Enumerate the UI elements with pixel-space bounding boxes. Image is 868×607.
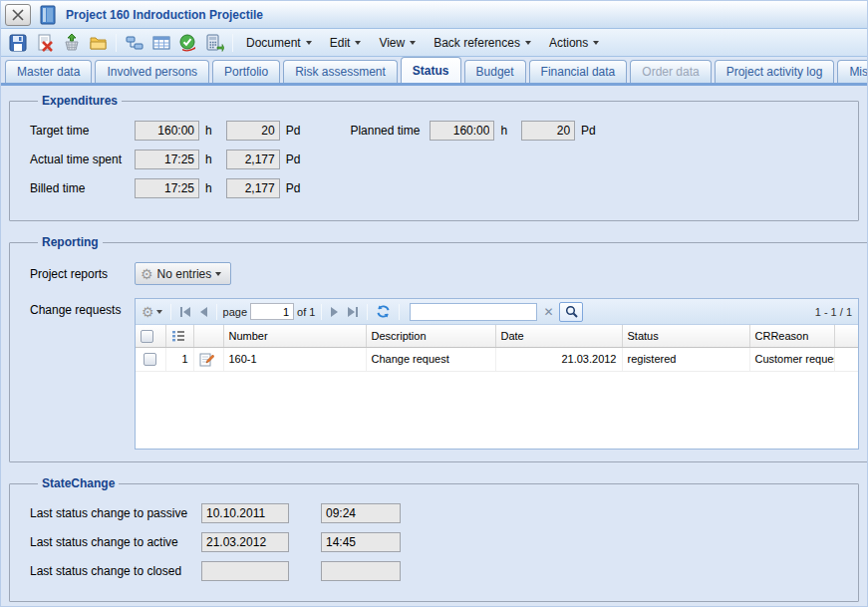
hours-unit-label: h xyxy=(500,124,507,138)
hours-unit-label: h xyxy=(205,181,212,195)
tab-involved-persons[interactable]: Involved persons xyxy=(95,60,209,83)
last-page-icon xyxy=(347,306,359,318)
column-header-description[interactable]: Description xyxy=(366,325,495,347)
target-time-hours-field[interactable] xyxy=(135,121,199,141)
menu-document[interactable]: Document xyxy=(238,31,320,54)
cell-description: Change request xyxy=(366,347,495,371)
tab-financial-data[interactable]: Financial data xyxy=(529,60,628,83)
change-requests-label: Change requests xyxy=(30,303,135,317)
last-change-passive-time-field[interactable] xyxy=(321,503,401,523)
import-button[interactable] xyxy=(59,31,84,54)
actual-time-hours-field[interactable] xyxy=(135,150,199,169)
billed-time-pd-field[interactable] xyxy=(226,178,280,198)
grid-search-input[interactable] xyxy=(410,303,537,321)
target-time-pd-field[interactable] xyxy=(226,121,280,141)
status-check-button[interactable] xyxy=(175,31,200,54)
billed-time-hours-field[interactable] xyxy=(135,178,199,198)
project-reports-dropdown-button[interactable]: ⚙ No entries xyxy=(135,262,231,285)
menu-actions-label: Actions xyxy=(549,36,588,50)
project-reports-label: Project reports xyxy=(30,267,135,281)
prev-page-icon xyxy=(198,306,208,318)
row-number-list-icon xyxy=(171,330,188,342)
tab-project-activity-log[interactable]: Project activity log xyxy=(715,60,835,83)
tab-portfolio[interactable]: Portfolio xyxy=(212,60,280,83)
last-change-closed-time-field[interactable] xyxy=(321,561,401,581)
calculator-export-button[interactable] xyxy=(202,31,227,54)
save-button[interactable] xyxy=(5,31,30,54)
status-tab-panel: Expenditures Target time h Pd Planned ti… xyxy=(1,86,867,602)
column-header-date[interactable]: Date xyxy=(495,325,622,347)
pager-separator xyxy=(321,304,322,320)
next-page-button[interactable] xyxy=(328,302,342,322)
page-of-label: of 1 xyxy=(297,306,315,318)
search-icon xyxy=(565,305,578,318)
menu-edit[interactable]: Edit xyxy=(322,31,370,54)
cell-number: 160-1 xyxy=(223,347,366,371)
page-number-input[interactable] xyxy=(250,303,294,320)
grid-empty-area xyxy=(136,372,858,449)
clear-search-button[interactable]: ✕ xyxy=(540,305,556,319)
tab-risk-assessment[interactable]: Risk assessment xyxy=(283,60,398,83)
open-folder-button[interactable] xyxy=(86,31,111,54)
actual-time-label: Actual time spent xyxy=(30,152,135,166)
tab-budget[interactable]: Budget xyxy=(464,60,526,83)
refresh-icon xyxy=(376,304,391,319)
menu-back-references[interactable]: Back references xyxy=(426,31,539,54)
first-page-icon xyxy=(179,306,191,318)
last-page-button[interactable] xyxy=(345,302,361,322)
column-header-number[interactable]: Number xyxy=(223,325,366,347)
edit-icon[interactable] xyxy=(199,352,218,367)
planned-time-hours-field[interactable] xyxy=(430,121,494,141)
actual-time-pd-field[interactable] xyxy=(226,150,280,169)
caret-down-icon xyxy=(156,310,162,314)
menu-view[interactable]: View xyxy=(371,31,424,54)
menu-edit-label: Edit xyxy=(330,36,351,50)
statechange-section: StateChange Last status change to passiv… xyxy=(9,476,859,602)
close-icon xyxy=(11,8,25,22)
planned-time-pd-field[interactable] xyxy=(521,121,575,141)
row-number-cell: 1 xyxy=(165,347,193,371)
hierarchy-icon xyxy=(126,34,144,52)
pager-range-label: 1 - 1 / 1 xyxy=(815,306,852,318)
caret-down-icon xyxy=(215,272,221,276)
expenditures-section: Expenditures Target time h Pd Planned ti… xyxy=(9,94,859,221)
tab-master-data[interactable]: Master data xyxy=(5,60,92,83)
clear-search-icon: ✕ xyxy=(543,305,553,319)
delete-button[interactable] xyxy=(32,31,57,54)
close-button[interactable] xyxy=(5,4,31,26)
last-change-active-time-field[interactable] xyxy=(321,532,401,552)
grid-settings-button[interactable]: ⚙ xyxy=(140,302,164,322)
pd-unit-label: Pd xyxy=(286,152,301,166)
title-bar: Project 160 Indroduction Projectile xyxy=(1,1,867,29)
pager-separator xyxy=(399,304,400,320)
search-button[interactable] xyxy=(559,302,583,322)
planned-time-label: Planned time xyxy=(350,124,420,138)
last-change-closed-label: Last status change to closed xyxy=(30,564,201,578)
select-all-checkbox[interactable] xyxy=(141,330,153,343)
menu-actions[interactable]: Actions xyxy=(541,31,607,54)
tab-status[interactable]: Status xyxy=(401,57,461,83)
pd-unit-label: Pd xyxy=(286,124,301,138)
table-view-button[interactable] xyxy=(148,31,173,54)
menu-document-label: Document xyxy=(246,36,301,50)
column-header-status[interactable]: Status xyxy=(622,325,749,347)
refresh-button[interactable] xyxy=(374,302,393,322)
reporting-section: Reporting Project reports ⚙ No entries C… xyxy=(9,235,868,462)
last-change-active-date-field[interactable] xyxy=(201,532,289,552)
toolbar-separator xyxy=(232,34,233,52)
delete-document-icon xyxy=(36,34,54,52)
cell-status: registered xyxy=(622,347,749,371)
column-header-crreason[interactable]: CRReason xyxy=(749,325,834,347)
first-page-button[interactable] xyxy=(177,302,193,322)
row-checkbox[interactable] xyxy=(144,353,156,366)
next-page-icon xyxy=(330,306,340,318)
tab-misc[interactable]: Misc xyxy=(837,60,868,83)
hierarchy-button[interactable] xyxy=(122,31,146,54)
status-check-icon xyxy=(178,34,197,52)
last-change-passive-date-field[interactable] xyxy=(201,503,289,523)
table-row[interactable]: 1 xyxy=(136,347,858,371)
pager-separator xyxy=(216,304,217,320)
last-change-closed-date-field[interactable] xyxy=(201,561,289,581)
no-entries-label: No entries xyxy=(157,267,212,281)
prev-page-button[interactable] xyxy=(196,302,210,322)
